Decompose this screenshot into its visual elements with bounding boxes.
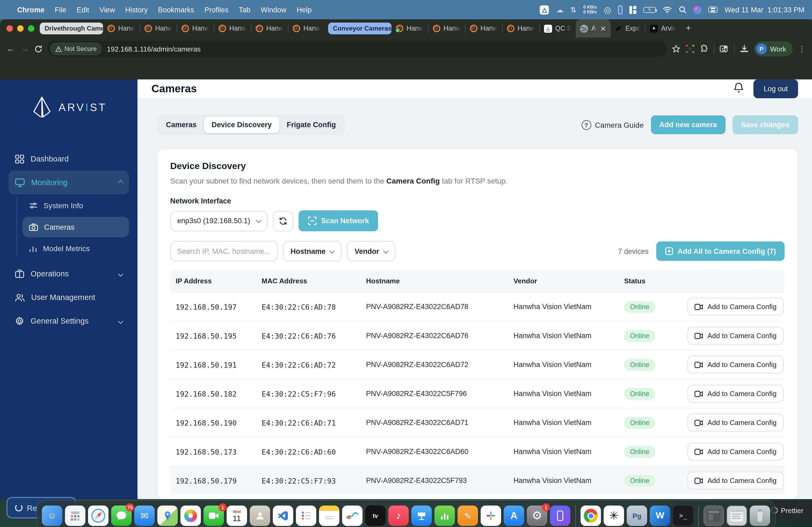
- dock-messages-icon[interactable]: 75: [111, 506, 132, 526]
- dock-facetime-icon[interactable]: 1: [204, 506, 224, 526]
- minimize-window-button[interactable]: [17, 25, 24, 32]
- tab-cameras[interactable]: Cameras: [158, 117, 204, 133]
- menubar-app-name[interactable]: Chrome: [17, 6, 45, 14]
- menubar-view[interactable]: View: [99, 6, 115, 14]
- scan-network-button[interactable]: Scan Network: [299, 210, 378, 231]
- tab-hanwha-7[interactable]: Hanw: [392, 19, 428, 37]
- add-to-camera-config-button[interactable]: Add to Camera Config: [688, 327, 784, 345]
- tab-qc[interactable]: ◬QC S: [539, 19, 576, 37]
- dock-app-store-icon[interactable]: A: [504, 506, 524, 526]
- tab-hanwha-5[interactable]: Hanw: [251, 19, 288, 37]
- dock-notes-icon[interactable]: [319, 506, 339, 526]
- dock-safari-icon[interactable]: [88, 506, 108, 526]
- camera-guide-link[interactable]: ? Camera Guide: [581, 120, 644, 130]
- tab-device-discovery[interactable]: Device Discovery: [204, 117, 279, 133]
- sidebar-item-model-metrics[interactable]: Model Metrics: [23, 238, 129, 259]
- tab-hanwha-8[interactable]: Hanw: [429, 19, 465, 37]
- dock-word-icon[interactable]: W: [650, 506, 670, 526]
- dock-postgres-icon[interactable]: Pg: [627, 506, 647, 526]
- dock-numbers-icon[interactable]: [434, 506, 455, 526]
- refresh-interfaces-button[interactable]: [273, 211, 293, 231]
- dock-reminders-icon[interactable]: [296, 506, 316, 526]
- vendor-filter-dropdown[interactable]: Vendor: [347, 241, 395, 261]
- reload-icon[interactable]: [34, 45, 42, 53]
- sidebar-item-operations[interactable]: Operations: [9, 262, 129, 286]
- forward-icon[interactable]: →: [20, 44, 29, 54]
- tab-group-drivethrough[interactable]: Drivethrough Camera: [40, 22, 103, 34]
- network-interface-select[interactable]: enp3s0 (192.168.50.1): [170, 211, 267, 231]
- tab-search-icon[interactable]: [720, 45, 729, 53]
- tab-hanwha-2[interactable]: Hanw: [140, 19, 177, 37]
- add-all-to-camera-config-button[interactable]: Add All to Camera Config (7): [656, 241, 785, 261]
- dock-slack-icon[interactable]: [481, 506, 501, 526]
- dock-iphone-mirroring-icon[interactable]: [550, 506, 570, 526]
- zoom-window-button[interactable]: [28, 25, 34, 32]
- back-icon[interactable]: ←: [6, 44, 15, 54]
- menubar-history[interactable]: History: [125, 6, 148, 14]
- dock-finder-icon[interactable]: ☺: [42, 506, 62, 526]
- menubar-tab[interactable]: Tab: [239, 6, 250, 14]
- save-changes-button[interactable]: Save changes: [733, 115, 798, 134]
- control-center-icon[interactable]: [708, 6, 717, 13]
- menubar-help[interactable]: Help: [297, 6, 312, 14]
- add-new-camera-button[interactable]: Add new camera: [651, 115, 726, 134]
- address-bar[interactable]: Not Secure 192.168.1.116/admin/cameras: [48, 41, 666, 57]
- tab-frigate-config[interactable]: Frigate Config: [279, 117, 344, 133]
- add-to-camera-config-button[interactable]: Add to Camera Config: [688, 443, 784, 461]
- notifications-bell-icon[interactable]: [734, 82, 744, 95]
- stage-manager-icon[interactable]: [629, 6, 636, 14]
- tab-group-conveyor[interactable]: Conveyor Cameras: [328, 22, 392, 34]
- dock-pages-icon[interactable]: ✎: [458, 506, 478, 526]
- close-tab-icon[interactable]: ✕: [600, 25, 606, 32]
- dock-trash-icon[interactable]: [750, 506, 770, 526]
- search-input[interactable]: [170, 241, 278, 261]
- usage-meter-icon[interactable]: [618, 5, 622, 14]
- dock-apple-tv-icon[interactable]: tv: [365, 506, 386, 526]
- dock-launchpad-icon[interactable]: [65, 506, 85, 526]
- extensions-puzzle-icon[interactable]: [700, 45, 708, 53]
- download-icon[interactable]: [740, 45, 749, 53]
- focus-mode-icon[interactable]: ◎: [604, 4, 611, 15]
- menubar-edit[interactable]: Edit: [77, 6, 89, 14]
- not-secure-chip[interactable]: Not Secure: [50, 42, 102, 55]
- tab-hanwha-9[interactable]: Hanw: [466, 19, 502, 37]
- add-to-camera-config-button[interactable]: Add to Camera Config: [688, 356, 784, 374]
- new-tab-button[interactable]: +: [686, 23, 691, 34]
- profile-chip[interactable]: P Work: [754, 41, 793, 56]
- sidebar-item-cameras[interactable]: Cameras: [23, 217, 129, 237]
- dock-chatgpt-icon[interactable]: ✳: [604, 506, 624, 526]
- network-transfer-icon[interactable]: ⇅: [570, 5, 577, 14]
- sidebar-item-dashboard[interactable]: Dashboard: [9, 147, 129, 171]
- dock-minimized-window-thumbnail[interactable]: [727, 506, 747, 526]
- dock-music-icon[interactable]: ♪: [388, 506, 409, 526]
- tab-active-arvist-admin[interactable]: A ✕: [576, 19, 611, 37]
- menubar-file[interactable]: File: [55, 6, 67, 14]
- tab-hanwha-4[interactable]: Hanw: [214, 19, 251, 37]
- url-text[interactable]: 192.168.1.116/admin/cameras: [107, 45, 201, 53]
- sidebar-item-user-management[interactable]: User Management: [9, 286, 129, 309]
- dock-chrome-icon[interactable]: [581, 506, 601, 526]
- dock-calendar-icon[interactable]: Wed11: [227, 506, 247, 526]
- sidebar-item-system-info[interactable]: System Info: [23, 195, 129, 216]
- tab-arvis[interactable]: ✦Arvis: [646, 19, 680, 37]
- dock-terminal-icon[interactable]: >_: [673, 506, 693, 526]
- add-to-camera-config-button[interactable]: Add to Camera Config: [688, 472, 784, 490]
- close-window-button[interactable]: [6, 25, 13, 32]
- logout-button[interactable]: Log out: [753, 79, 798, 98]
- dock-freeform-icon[interactable]: [342, 506, 362, 526]
- chrome-menu-icon[interactable]: ⋮: [798, 45, 806, 53]
- dock-maps-icon[interactable]: [157, 506, 178, 526]
- tab-expo[interactable]: Expo: [610, 19, 645, 37]
- dock-keynote-icon[interactable]: [411, 506, 432, 526]
- dock-photos-icon[interactable]: [180, 506, 201, 526]
- add-to-camera-config-button[interactable]: Add to Camera Config: [688, 298, 784, 316]
- dock-contacts-icon[interactable]: [250, 506, 270, 526]
- tab-hanwha-1[interactable]: Hanw: [103, 19, 140, 37]
- bookmark-star-icon[interactable]: [672, 45, 680, 53]
- menu-app-triangle-icon[interactable]: △: [540, 5, 549, 14]
- hostname-filter-dropdown[interactable]: Hostname: [283, 241, 342, 261]
- dock-minimized-window-thumbnail[interactable]: [704, 506, 724, 526]
- tab-hanwha-6[interactable]: Hanw: [288, 19, 325, 37]
- dock-vscode-icon[interactable]: [273, 506, 293, 526]
- add-to-camera-config-button[interactable]: Add to Camera Config: [688, 385, 784, 403]
